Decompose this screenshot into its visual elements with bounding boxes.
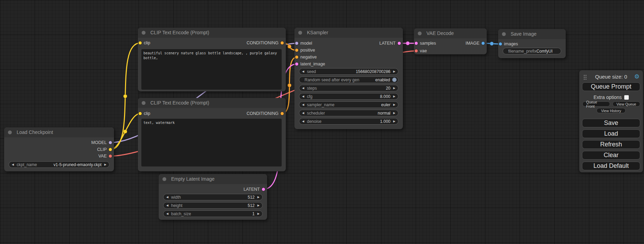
- link-midpoint-dot-2: [123, 130, 127, 134]
- output-dot-CLIP[interactable]: [109, 148, 112, 151]
- toggle-indicator-icon[interactable]: [392, 78, 397, 82]
- output-dot-LATENT[interactable]: [398, 42, 401, 45]
- queue-front-button[interactable]: Queue Front: [582, 101, 610, 107]
- load-default-button[interactable]: Load Default: [582, 162, 640, 170]
- widget-seed[interactable]: ◀seed156680208700286▶: [299, 68, 398, 75]
- increment-arrow-icon[interactable]: ▶: [390, 118, 398, 124]
- widget-random-seed-after-every-gen[interactable]: Random seed after every genenabled: [299, 76, 398, 83]
- widget-denoise[interactable]: ◀denoise1.000▶: [299, 118, 398, 125]
- collapse-dot-icon[interactable]: [502, 32, 506, 36]
- decrement-arrow-icon[interactable]: ◀: [299, 110, 307, 116]
- widget-cfg[interactable]: ◀cfg8.000▶: [299, 93, 398, 100]
- node-ksampler[interactable]: KSamplermodelpositivenegativelatent_imag…: [294, 28, 403, 129]
- node-empty-latent-image[interactable]: Empty Latent ImageLATENT◀width512▶◀heigh…: [159, 174, 267, 220]
- collapse-dot-icon[interactable]: [142, 31, 145, 35]
- widget-name: seed: [307, 69, 316, 74]
- decrement-arrow-icon[interactable]: ◀: [299, 102, 307, 108]
- node-title-text: Save Image: [511, 31, 537, 37]
- queue-prompt-button[interactable]: Queue Prompt: [582, 82, 640, 91]
- extra-options-checkbox[interactable]: [624, 95, 629, 100]
- increment-arrow-icon[interactable]: ▶: [255, 194, 262, 200]
- refresh-button[interactable]: Refresh: [582, 140, 640, 149]
- increment-arrow-icon[interactable]: ▶: [390, 93, 398, 99]
- view-history-button[interactable]: View History: [597, 108, 626, 113]
- view-queue-button[interactable]: View Queue: [612, 101, 640, 107]
- input-slot-label: clip: [144, 40, 150, 46]
- input-slot-vae: vae: [414, 48, 450, 54]
- collapse-dot-icon[interactable]: [298, 31, 302, 35]
- input-slot-negative: negative: [294, 54, 349, 60]
- decrement-arrow-icon[interactable]: ◀: [164, 194, 171, 200]
- widget-value: 512: [248, 195, 255, 200]
- widget-scheduler[interactable]: ◀schedulernormal▶: [299, 110, 398, 116]
- increment-arrow-icon[interactable]: ▶: [255, 211, 262, 217]
- increment-arrow-icon[interactable]: ▶: [390, 110, 398, 116]
- output-slot-VAE: VAE: [37, 153, 114, 159]
- output-dot-LATENT[interactable]: [262, 188, 265, 191]
- output-slot-MODEL: MODEL: [37, 140, 114, 145]
- input-dot-images[interactable]: [499, 43, 502, 46]
- widget-name: ckpt_name: [17, 162, 37, 167]
- link-midpoint-dot-4: [288, 45, 291, 48]
- input-slot-latent_image: latent_image: [294, 61, 349, 67]
- output-slot-CLIP: CLIP: [37, 147, 114, 152]
- collapse-dot-icon[interactable]: [162, 177, 166, 181]
- node-clip-text-encode-positive[interactable]: CLIP Text Encode (Prompt)clipCONDITIONIN…: [138, 28, 286, 91]
- node-vae-decode[interactable]: VAE DecodesamplesvaeIMAGE: [414, 28, 487, 54]
- decrement-arrow-icon[interactable]: ◀: [9, 162, 17, 168]
- link-midpoint-dot-8: [490, 42, 494, 46]
- input-slot-label: samples: [420, 40, 436, 46]
- input-dot-positive[interactable]: [295, 49, 298, 52]
- output-dot-CONDITIONING[interactable]: [281, 112, 284, 115]
- widget-width[interactable]: ◀width512▶: [163, 194, 263, 200]
- decrement-arrow-icon[interactable]: ◀: [299, 118, 307, 124]
- settings-gear-icon[interactable]: ⚙: [634, 73, 639, 80]
- node-title-save-image: Save Image: [498, 29, 566, 39]
- widget-name: sampler_name: [307, 102, 334, 107]
- widget-steps[interactable]: ◀steps20▶: [299, 85, 398, 91]
- increment-arrow-icon[interactable]: ▶: [390, 102, 398, 108]
- clear-button[interactable]: Clear: [582, 151, 640, 160]
- prompt-textarea[interactable]: text, watermark: [141, 119, 282, 166]
- decrement-arrow-icon[interactable]: ◀: [299, 85, 307, 91]
- increment-arrow-icon[interactable]: ▶: [102, 162, 109, 168]
- collapse-dot-icon[interactable]: [418, 31, 422, 35]
- input-dot-samples[interactable]: [415, 42, 418, 45]
- decrement-arrow-icon[interactable]: ◀: [299, 93, 307, 99]
- widget-batch_size[interactable]: ◀batch_size1▶: [163, 210, 263, 217]
- collapse-dot-icon[interactable]: [142, 101, 145, 105]
- widget-name: scheduler: [307, 111, 325, 116]
- increment-arrow-icon[interactable]: ▶: [390, 85, 398, 91]
- input-dot-model[interactable]: [295, 42, 298, 45]
- output-dot-IMAGE[interactable]: [482, 42, 485, 45]
- widget-name: filename_prefix: [503, 49, 536, 54]
- node-load-checkpoint[interactable]: Load CheckpointMODELCLIPVAE◀ckpt_namev1-…: [4, 127, 114, 171]
- output-dot-CONDITIONING[interactable]: [281, 42, 284, 45]
- load-button[interactable]: Load: [582, 129, 640, 138]
- node-clip-text-encode-negative[interactable]: CLIP Text Encode (Prompt)clipCONDITIONIN…: [138, 98, 286, 171]
- widget-filename_prefix[interactable]: filename_prefixComfyUI: [503, 48, 561, 54]
- prompt-textarea[interactable]: beautiful scenery nature glass bottle la…: [141, 49, 282, 90]
- input-dot-latent_image[interactable]: [295, 63, 298, 66]
- input-dot-negative[interactable]: [295, 56, 298, 59]
- output-dot-VAE[interactable]: [109, 155, 112, 158]
- decrement-arrow-icon[interactable]: ◀: [164, 211, 171, 217]
- save-button[interactable]: Save: [582, 119, 640, 127]
- node-save-image[interactable]: Save Imageimagesfilename_prefixComfyUI: [498, 29, 566, 58]
- decrement-arrow-icon[interactable]: ◀: [164, 202, 171, 208]
- widget-height[interactable]: ◀height512▶: [163, 202, 263, 209]
- widget-value: enabled: [375, 78, 390, 82]
- increment-arrow-icon[interactable]: ▶: [390, 69, 398, 74]
- collapse-dot-icon[interactable]: [8, 130, 12, 134]
- node-graph-canvas[interactable]: Load CheckpointMODELCLIPVAE◀ckpt_namev1-…: [0, 0, 644, 244]
- node-title-vae-decode: VAE Decode: [414, 28, 487, 38]
- widget-sampler_name[interactable]: ◀sampler_nameeuler▶: [299, 101, 398, 108]
- widget-value: 512: [248, 203, 255, 208]
- output-dot-MODEL[interactable]: [109, 141, 112, 144]
- input-dot-vae[interactable]: [415, 49, 418, 53]
- input-dot-clip[interactable]: [139, 112, 142, 115]
- decrement-arrow-icon[interactable]: ◀: [299, 69, 307, 74]
- widget-ckpt_name[interactable]: ◀ckpt_namev1-5-pruned-emaonly.ckpt▶: [9, 161, 109, 168]
- increment-arrow-icon[interactable]: ▶: [255, 202, 262, 208]
- input-dot-clip[interactable]: [139, 42, 142, 45]
